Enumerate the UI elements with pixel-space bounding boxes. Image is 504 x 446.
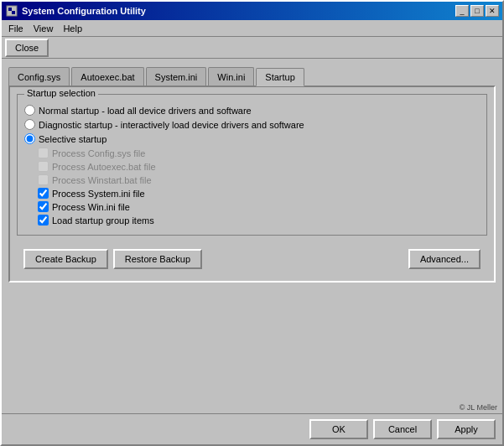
radio-diagnostic[interactable] <box>24 119 35 130</box>
checkbox-config-sys-label: Process Config.sys file <box>52 148 145 158</box>
checkbox-config-sys[interactable] <box>38 148 49 158</box>
title-bar: System Configuration Utility _ □ ✕ <box>2 2 502 20</box>
radio-normal-row: Normal startup - load all device drivers… <box>24 105 480 116</box>
app-icon <box>5 4 18 18</box>
empty-area <box>2 289 502 403</box>
bottom-buttons-row: OK Cancel Apply <box>2 413 502 444</box>
startup-selection-group: Startup selection Normal startup - load … <box>17 94 487 236</box>
menu-view[interactable]: View <box>29 22 59 35</box>
radio-diagnostic-label: Diagnostic startup - interactively load … <box>39 120 304 130</box>
radio-selective-row: Selective startup <box>24 133 480 144</box>
tab-win-ini[interactable]: Win.ini <box>208 67 254 86</box>
menu-file[interactable]: File <box>3 22 29 35</box>
radio-normal[interactable] <box>24 105 35 116</box>
checkbox-system-ini-row: Process System.ini file <box>24 188 480 199</box>
checkbox-win-ini-label: Process Win.ini file <box>52 202 130 212</box>
checkbox-autoexec-bat-row: Process Autoexec.bat file <box>24 161 480 172</box>
svg-rect-1 <box>8 8 12 11</box>
radio-diagnostic-row: Diagnostic startup - interactively load … <box>24 119 480 130</box>
svg-rect-2 <box>12 11 15 14</box>
copyright: © JL Meller <box>2 403 502 413</box>
checkbox-system-ini[interactable] <box>38 188 49 199</box>
main-window: System Configuration Utility _ □ ✕ File … <box>0 0 504 446</box>
toolbar: Close <box>2 37 502 59</box>
menu-bar: File View Help <box>2 20 502 37</box>
menu-help[interactable]: Help <box>58 22 87 35</box>
toolbar-close-button[interactable]: Close <box>5 39 49 57</box>
tab-autoexec-bat[interactable]: Autoexec.bat <box>71 67 143 86</box>
window-controls: _ □ ✕ <box>455 5 499 17</box>
action-buttons-row: Create Backup Restore Backup Advanced... <box>17 244 487 274</box>
radio-normal-label: Normal startup - load all device drivers… <box>39 106 252 116</box>
group-label: Startup selection <box>24 88 98 98</box>
create-backup-button[interactable]: Create Backup <box>23 249 108 269</box>
radio-selective-label: Selective startup <box>39 134 107 144</box>
checkbox-winstart-bat-row: Process Winstart.bat file <box>24 174 480 185</box>
advanced-button[interactable]: Advanced... <box>408 249 481 269</box>
checkbox-config-sys-row: Process Config.sys file <box>24 148 480 158</box>
checkbox-win-ini[interactable] <box>38 201 49 212</box>
ok-button[interactable]: OK <box>309 419 368 439</box>
tab-config-sys[interactable]: Config.sys <box>8 67 70 86</box>
checkbox-system-ini-label: Process System.ini file <box>52 189 145 199</box>
tab-system-ini[interactable]: System.ini <box>146 67 207 86</box>
tabs-row: Config.sys Autoexec.bat System.ini Win.i… <box>5 62 499 86</box>
checkbox-win-ini-row: Process Win.ini file <box>24 201 480 212</box>
window-title: System Configuration Utility <box>22 6 455 16</box>
apply-button[interactable]: Apply <box>437 419 496 439</box>
restore-backup-button[interactable]: Restore Backup <box>113 249 202 269</box>
checkbox-winstart-bat-label: Process Winstart.bat file <box>52 175 152 185</box>
maximize-button[interactable]: □ <box>470 5 484 17</box>
close-button[interactable]: ✕ <box>486 5 499 17</box>
minimize-button[interactable]: _ <box>455 5 469 17</box>
checkbox-startup-group-label: Load startup group items <box>52 215 154 226</box>
checkbox-autoexec-bat[interactable] <box>38 161 49 172</box>
checkbox-startup-group[interactable] <box>38 215 49 226</box>
checkbox-startup-group-row: Load startup group items <box>24 215 480 226</box>
content-area: Config.sys Autoexec.bat System.ini Win.i… <box>2 59 502 289</box>
tab-content-startup: Startup selection Normal startup - load … <box>8 86 496 283</box>
checkbox-winstart-bat[interactable] <box>38 174 49 185</box>
tab-startup[interactable]: Startup <box>256 68 304 86</box>
radio-selective[interactable] <box>24 133 35 144</box>
cancel-button[interactable]: Cancel <box>373 419 432 439</box>
checkbox-autoexec-bat-label: Process Autoexec.bat file <box>52 162 156 172</box>
